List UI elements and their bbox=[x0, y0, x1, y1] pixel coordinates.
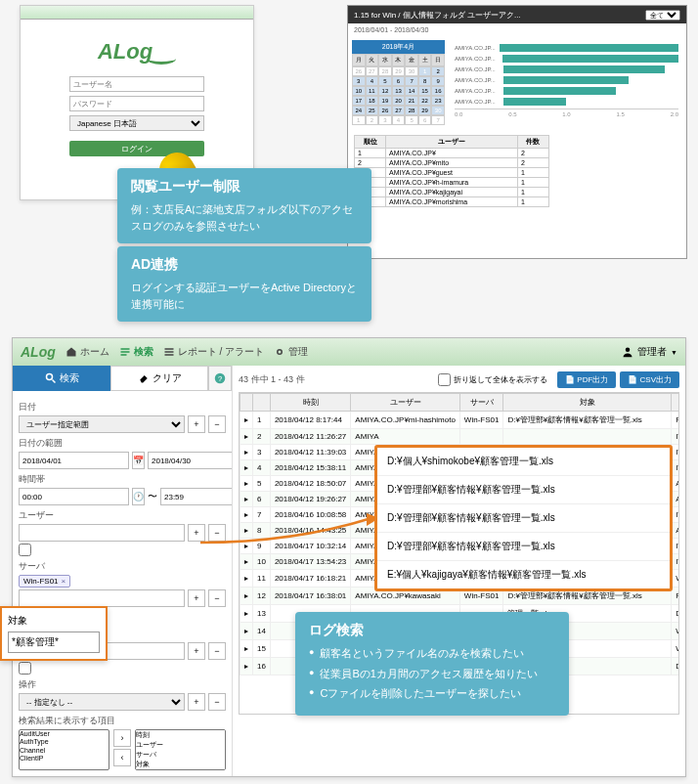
username-input[interactable] bbox=[69, 76, 204, 92]
report-header: 1.15 for Win / 個人情報フォルダ ユーザーアク... 全て bbox=[348, 6, 686, 23]
remove-button[interactable]: − bbox=[208, 693, 226, 711]
password-input[interactable] bbox=[69, 96, 204, 111]
server-tag[interactable]: Win-FS01× bbox=[19, 575, 70, 588]
report-icon bbox=[163, 346, 175, 358]
move-right-button[interactable]: › bbox=[113, 729, 131, 747]
operation-label: 操作 bbox=[19, 678, 226, 691]
result-count: 43 件中 1 - 43 件 bbox=[239, 373, 305, 386]
report-filter-select[interactable]: 全て bbox=[645, 10, 680, 21]
remove-button[interactable]: − bbox=[208, 589, 226, 607]
app-toolbar: ALog ホーム 検索 レポート / アラート 管理 管理者 ▼ bbox=[13, 338, 685, 366]
table-row[interactable]: ▸12018/04/12 8:17:44AMIYA.CO.JP¥mi-hashi… bbox=[240, 412, 680, 429]
add-button[interactable]: + bbox=[188, 415, 205, 433]
callout-log-search: ログ検索 顧客名というファイル名のみを検索したい従業員Bの1カ月間のアクセス履歴… bbox=[295, 612, 569, 716]
wrap-toggle[interactable]: 折り返して全体を表示する bbox=[438, 371, 547, 388]
file-path-item: D:¥個人¥shimokobe¥顧客管理一覧.xls bbox=[377, 448, 670, 476]
svg-point-2 bbox=[46, 374, 52, 380]
report-date-range: 2018/04/01 - 2018/04/30 bbox=[348, 23, 686, 36]
nav-home[interactable]: ホーム bbox=[65, 345, 109, 359]
target-popup: 対象 *顧客管理* bbox=[0, 606, 108, 661]
time-to-input[interactable] bbox=[160, 488, 233, 505]
date-range-label: 日付の範囲 bbox=[19, 437, 226, 450]
svg-text:?: ? bbox=[218, 374, 222, 383]
server-filter-input[interactable] bbox=[19, 589, 185, 607]
columns-label: 検索結果に表示する項目 bbox=[19, 715, 226, 727]
target-popup-label: 対象 bbox=[8, 614, 100, 628]
bar-chart: AMIYA.CO.JP...AMIYA.CO.JP...AMIYA.CO.JP.… bbox=[451, 40, 682, 125]
file-path-item: E:¥個人¥kajigaya¥顧客情報¥顧客管理一覧.xls bbox=[377, 561, 670, 588]
report-panel: 1.15 for Win / 個人情報フォルダ ユーザーアク... 全て 201… bbox=[347, 5, 687, 259]
login-titlebar bbox=[21, 6, 253, 20]
user-filter-input[interactable] bbox=[19, 524, 185, 542]
add-button[interactable]: + bbox=[188, 589, 205, 607]
tab-search[interactable]: 検索 bbox=[13, 366, 110, 391]
table-row[interactable]: ▸22018/04/12 11:26:27AMIYAITE bbox=[240, 429, 680, 445]
language-select[interactable]: Japanese 日本語 bbox=[69, 115, 204, 131]
nav-report[interactable]: レポート / アラート bbox=[163, 345, 264, 359]
user-icon bbox=[622, 346, 633, 358]
help-icon: ? bbox=[214, 372, 226, 384]
chevron-down-icon: ▼ bbox=[671, 349, 677, 356]
search-sidebar: 検索 クリア ? 日付 ユーザー指定範囲+− 日付の範囲 📅 📅 時間帯 🕐〜 bbox=[13, 366, 233, 776]
target-popup-value: *顧客管理* bbox=[8, 632, 100, 653]
file-path-item: D:¥管理部¥顧客情報¥顧客管理一覧.xls bbox=[377, 533, 670, 561]
pdf-export-button[interactable]: 📄 PDF出力 bbox=[557, 371, 616, 388]
callout-body: 例：支店長Aに築地支店フォルダ以下のアクセスログのみを参照させたい bbox=[131, 201, 358, 234]
add-button[interactable]: + bbox=[188, 642, 205, 660]
callout-user-restriction: 閲覧ユーザー制限 例：支店長Aに築地支店フォルダ以下のアクセスログのみを参照させ… bbox=[117, 168, 371, 243]
date-to-input[interactable] bbox=[148, 452, 233, 469]
user-menu[interactable]: 管理者 ▼ bbox=[622, 345, 677, 359]
nav-search[interactable]: 検索 bbox=[119, 345, 153, 359]
file-paths-overlay: D:¥個人¥shimokobe¥顧客管理一覧.xlsD:¥管理部¥顧客情報¥顧客… bbox=[374, 445, 673, 591]
callout-title: ログ検索 bbox=[309, 622, 555, 639]
tab-clear[interactable]: クリア bbox=[110, 366, 208, 391]
date-label: 日付 bbox=[19, 401, 226, 414]
nav-admin[interactable]: 管理 bbox=[274, 345, 308, 359]
callout-title: 閲覧ユーザー制限 bbox=[131, 178, 358, 196]
calendar[interactable]: 2018年4月 月火水木金土日2627282930123456789101112… bbox=[352, 40, 445, 125]
gear-icon bbox=[274, 346, 285, 358]
callout-body: ログインする認証ユーザーをActive Directoryと連携可能に bbox=[131, 280, 358, 312]
report-title: 1.15 for Win / 個人情報フォルダ ユーザーアク... bbox=[354, 10, 521, 21]
clock-icon[interactable]: 🕐 bbox=[132, 488, 145, 505]
calendar-icon[interactable]: 📅 bbox=[132, 452, 145, 469]
help-button[interactable]: ? bbox=[208, 366, 232, 391]
app-logo: ALog bbox=[21, 344, 56, 360]
target-not-checkbox[interactable] bbox=[19, 662, 31, 675]
csv-export-button[interactable]: 📄 CSV出力 bbox=[620, 371, 679, 388]
file-path-item: D:¥管理部¥顧客情報¥顧客管理一覧.xls bbox=[377, 504, 670, 533]
callout-title: AD連携 bbox=[131, 256, 358, 274]
add-button[interactable]: + bbox=[188, 693, 205, 711]
svg-point-0 bbox=[278, 350, 283, 355]
selected-columns-list[interactable]: 時刻ユーザーサーバ対象操作 bbox=[135, 729, 226, 770]
operation-select[interactable]: -- 指定なし -- bbox=[19, 693, 185, 711]
available-columns-list[interactable]: AuditUserAuthTypeChannelClientIP bbox=[19, 729, 109, 770]
time-from-input[interactable] bbox=[19, 488, 129, 505]
date-preset-select[interactable]: ユーザー指定範囲 bbox=[19, 415, 185, 433]
remove-button[interactable]: − bbox=[208, 642, 226, 660]
file-path-item: D:¥管理部¥顧客情報¥顧客管理一覧.xls bbox=[377, 476, 670, 504]
callout-ad-link: AD連携 ログインする認証ユーザーをActive Directoryと連携可能に bbox=[117, 246, 371, 322]
svg-point-1 bbox=[626, 348, 631, 353]
search-list-icon bbox=[119, 346, 131, 358]
rank-table: 順位ユーザー件数 1AMIYA.CO.JP¥22AMIYA.CO.JP¥mito… bbox=[354, 135, 549, 207]
search-icon bbox=[45, 372, 57, 384]
time-label: 時間帯 bbox=[19, 473, 226, 486]
pointer-arrow bbox=[196, 508, 391, 547]
close-icon[interactable]: × bbox=[62, 577, 66, 586]
eraser-icon bbox=[138, 372, 150, 384]
date-from-input[interactable] bbox=[19, 452, 129, 469]
calendar-title: 2018年4月 bbox=[352, 40, 445, 54]
user-not-checkbox[interactable] bbox=[19, 544, 31, 556]
server-filter-label: サーバ bbox=[19, 560, 226, 573]
move-left-button[interactable]: ‹ bbox=[113, 749, 131, 766]
login-logo: ALog bbox=[69, 39, 204, 65]
remove-button[interactable]: − bbox=[208, 415, 226, 433]
home-icon bbox=[65, 346, 77, 358]
